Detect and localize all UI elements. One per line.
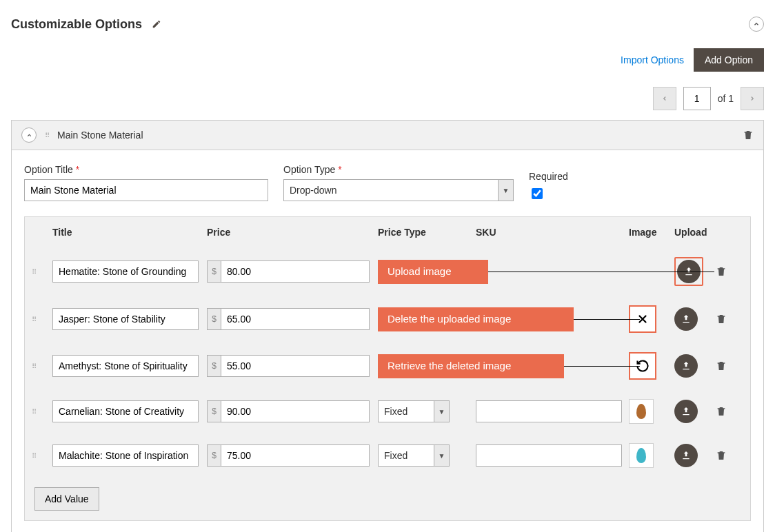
annotation-callout: Retrieve the deleted image: [378, 354, 564, 378]
option-block: ⠿ Main Stone Material Option Title Optio…: [11, 120, 764, 532]
annotation-callout: Delete the uploaded image: [378, 307, 574, 331]
upload-image-button[interactable]: [674, 400, 698, 423]
top-actions: Import Options Add Option: [11, 48, 764, 72]
price-type-select[interactable]: Fixed▼: [378, 400, 450, 422]
table-row: ⠿$Fixed▼: [25, 433, 750, 478]
add-value-button[interactable]: Add Value: [34, 487, 99, 511]
values-table: Title Price Price Type SKU Image Upload …: [24, 216, 751, 521]
value-price-input[interactable]: $: [207, 355, 370, 377]
chevron-down-icon: ▼: [498, 180, 513, 201]
table-row: ⠿$Retrieve the deleted image: [25, 342, 750, 389]
annotation-line: [564, 366, 640, 367]
required-checkbox[interactable]: [532, 188, 543, 199]
currency-symbol: $: [208, 309, 221, 329]
drag-handle-icon[interactable]: ⠿: [32, 318, 52, 321]
option-block-header: ⠿ Main Stone Material: [12, 121, 763, 150]
drag-handle-icon[interactable]: ⠿: [32, 410, 52, 413]
value-price-input[interactable]: $: [207, 308, 370, 330]
required-label: Required: [529, 171, 568, 182]
annotation-callout: Upload image: [378, 260, 488, 284]
price-field[interactable]: [221, 445, 369, 466]
option-header-title: Main Stone Material: [57, 130, 143, 141]
col-title: Title: [52, 227, 207, 238]
value-sku-input[interactable]: [476, 444, 622, 467]
col-sku: SKU: [476, 227, 629, 238]
col-price: Price: [207, 227, 378, 238]
drag-handle-icon[interactable]: ⠿: [45, 134, 49, 137]
table-row: ⠿$Delete the uploaded image: [25, 296, 750, 342]
annotation-line: [488, 272, 714, 272]
price-type-value: Fixed: [379, 445, 434, 466]
price-type-select[interactable]: Fixed▼: [378, 444, 450, 467]
price-type-value: Fixed: [379, 401, 434, 422]
pagination-current-input[interactable]: [683, 87, 711, 110]
import-options-link[interactable]: Import Options: [621, 54, 684, 65]
option-title-input[interactable]: [24, 179, 268, 201]
chevron-down-icon: ▼: [434, 401, 449, 422]
currency-symbol: $: [208, 445, 221, 466]
image-thumbnail[interactable]: [629, 443, 654, 468]
value-price-input[interactable]: $: [207, 444, 370, 467]
value-sku-input[interactable]: [476, 400, 622, 422]
price-field[interactable]: [221, 356, 369, 376]
values-header-row: Title Price Price Type SKU Image Upload: [25, 217, 750, 247]
value-price-input[interactable]: $: [207, 260, 370, 283]
currency-symbol: $: [208, 261, 221, 282]
col-image: Image: [629, 227, 674, 238]
edit-icon[interactable]: [152, 19, 161, 29]
section-collapse-toggle[interactable]: [749, 17, 764, 32]
delete-row-button[interactable]: [716, 406, 757, 417]
add-option-button[interactable]: Add Option: [694, 48, 764, 72]
pagination-next-button[interactable]: [741, 87, 764, 110]
drag-handle-icon[interactable]: ⠿: [32, 365, 52, 368]
option-fields-row: Option Title Option Type Drop-down ▼ Req…: [24, 164, 751, 201]
price-field[interactable]: [221, 401, 369, 422]
image-thumbnail[interactable]: [629, 399, 654, 424]
section-title-text: Customizable Options: [11, 17, 142, 32]
value-title-input[interactable]: [52, 260, 199, 283]
option-type-select[interactable]: Drop-down ▼: [283, 179, 514, 201]
value-price-input[interactable]: $: [207, 400, 370, 422]
upload-image-button[interactable]: [674, 307, 698, 331]
col-upload: Upload: [674, 227, 716, 238]
option-collapse-toggle[interactable]: [21, 127, 37, 143]
value-title-input[interactable]: [52, 400, 199, 422]
section-title: Customizable Options: [11, 17, 161, 32]
delete-row-button[interactable]: [716, 450, 757, 461]
option-type-value: Drop-down: [284, 180, 498, 201]
value-title-input[interactable]: [52, 308, 199, 330]
drag-handle-icon[interactable]: ⠿: [32, 270, 52, 274]
chevron-down-icon: ▼: [434, 445, 449, 466]
col-price-type: Price Type: [378, 227, 476, 238]
price-field[interactable]: [221, 261, 369, 282]
table-row: ⠿$Upload image: [25, 247, 750, 296]
drag-handle-icon[interactable]: ⠿: [32, 454, 52, 458]
option-body: Option Title Option Type Drop-down ▼ Req…: [12, 150, 763, 532]
value-title-input[interactable]: [52, 444, 199, 467]
delete-option-button[interactable]: [743, 130, 754, 141]
section-header: Customizable Options: [11, 11, 764, 48]
delete-row-button[interactable]: [716, 360, 757, 371]
pagination: of 1: [11, 87, 764, 110]
pagination-prev-button[interactable]: [653, 87, 676, 110]
upload-image-button[interactable]: [674, 354, 698, 378]
currency-symbol: $: [208, 401, 221, 422]
upload-image-button[interactable]: [674, 444, 698, 467]
pagination-of-text: of 1: [718, 93, 734, 104]
option-type-label: Option Type: [283, 164, 514, 175]
table-row: ⠿$Fixed▼: [25, 389, 750, 433]
price-field[interactable]: [221, 309, 369, 329]
currency-symbol: $: [208, 356, 221, 376]
value-title-input[interactable]: [52, 355, 199, 377]
annotation-line: [574, 319, 640, 320]
delete-row-button[interactable]: [716, 266, 757, 277]
option-title-label: Option Title: [24, 164, 268, 175]
delete-row-button[interactable]: [716, 314, 757, 325]
